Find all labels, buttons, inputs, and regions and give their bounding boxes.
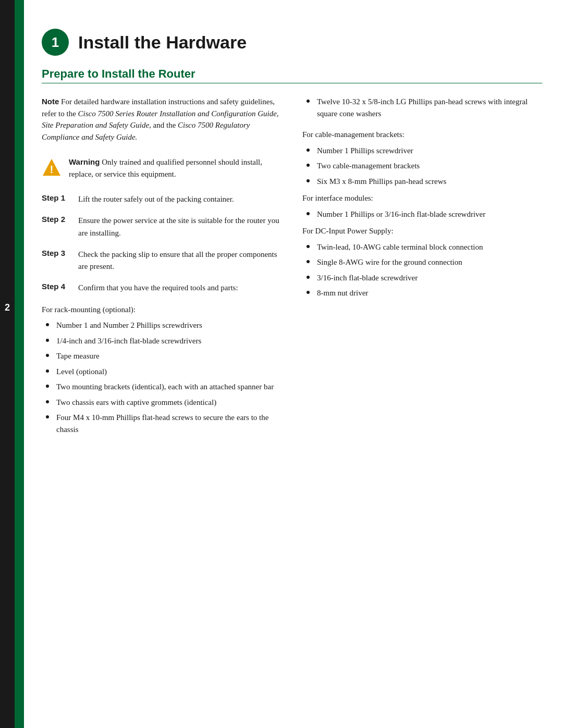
- step-4-content: Confirm that you have the required tools…: [78, 282, 238, 294]
- interface-modules-list: Number 1 Phillips or 3/16-inch flat-blad…: [302, 208, 542, 220]
- list-item: Two chassis ears with captive grommets (…: [42, 397, 282, 409]
- step-4-block: Step 4 Confirm that you have the require…: [42, 282, 282, 294]
- step-2-label: Step 2: [42, 215, 78, 224]
- list-item: Tape measure: [42, 350, 282, 362]
- chapter-heading: 1 Install the Hardware: [42, 29, 542, 56]
- svg-text:!: !: [50, 163, 54, 175]
- step-2-block: Step 2 Ensure the power service at the s…: [42, 215, 282, 239]
- bullet-dot: [307, 276, 310, 279]
- list-item-text: 3/16-inch flat-blade screwdriver: [317, 272, 418, 284]
- list-item: Six M3 x 8-mm Phillips pan-head screws: [302, 176, 542, 188]
- step-4-label: Step 4: [42, 282, 78, 291]
- list-item: 8-mm nut driver: [302, 287, 542, 299]
- warning-icon: !: [42, 157, 62, 177]
- list-item: Number 1 and Number 2 Phillips screwdriv…: [42, 319, 282, 331]
- two-column-layout: Note For detailed hardware installation …: [42, 96, 542, 440]
- list-item: Level (optional): [42, 366, 282, 378]
- right-column: Twelve 10-32 x 5/8-inch LG Phillips pan-…: [302, 96, 542, 440]
- warning-label: Warning: [69, 157, 100, 166]
- step-3-label: Step 3: [42, 249, 78, 257]
- left-column: Note For detailed hardware installation …: [42, 96, 282, 440]
- list-item: Two cable-management brackets: [302, 160, 542, 172]
- rack-mounting-list: Number 1 and Number 2 Phillips screwdriv…: [42, 319, 282, 435]
- step-3-block: Step 3 Check the packing slip to ensure …: [42, 249, 282, 273]
- main-content: 1 Install the Hardware Prepare to Instal…: [42, 0, 542, 440]
- cable-mgmt-heading: For cable-management brackets:: [302, 129, 542, 141]
- bullet-dot: [46, 415, 49, 418]
- list-item-text: Number 1 Phillips screwdriver: [317, 145, 413, 157]
- sidebar-bar: 2: [0, 0, 15, 728]
- list-item-text: Single 8-AWG wire for the ground connect…: [317, 256, 462, 268]
- list-item-text: Twin-lead, 10-AWG cable terminal block c…: [317, 241, 483, 253]
- bullet-dot: [46, 385, 49, 388]
- list-item-text: Number 1 Phillips or 3/16-inch flat-blad…: [317, 208, 485, 220]
- sidebar-page-number: 2: [5, 302, 10, 313]
- list-item: Number 1 Phillips or 3/16-inch flat-blad…: [302, 208, 542, 220]
- list-item-text: Two cable-management brackets: [317, 160, 420, 172]
- list-item-text: Number 1 and Number 2 Phillips screwdriv…: [56, 319, 202, 331]
- note-text-2: and the: [151, 121, 178, 129]
- step-2-content: Ensure the power service at the site is …: [78, 215, 282, 239]
- list-item: Twelve 10-32 x 5/8-inch LG Phillips pan-…: [302, 96, 542, 119]
- list-item-text: Two mounting brackets (identical), each …: [56, 381, 274, 393]
- list-item: 3/16-inch flat-blade screwdriver: [302, 272, 542, 284]
- note-text: Note For detailed hardware installation …: [42, 96, 282, 143]
- dc-power-heading: For DC-Input Power Supply:: [302, 225, 542, 237]
- chapter-title: Install the Hardware: [78, 32, 247, 53]
- list-item-text: Level (optional): [56, 366, 107, 378]
- bullet-dot: [307, 291, 310, 294]
- list-item: Number 1 Phillips screwdriver: [302, 145, 542, 157]
- interface-modules-heading: For interface modules:: [302, 192, 542, 204]
- chapter-number-circle: 1: [42, 29, 69, 56]
- list-item: Single 8-AWG wire for the ground connect…: [302, 256, 542, 268]
- bullet-dot: [307, 245, 310, 248]
- list-item-text: 1/4-inch and 3/16-inch flat-blade screwd…: [56, 335, 201, 347]
- list-item: Four M4 x 10-mm Phillips flat-head screw…: [42, 412, 282, 435]
- note-label: Note: [42, 97, 59, 106]
- step-1-content: Lift the router safely out of the packin…: [78, 193, 234, 205]
- list-item-text: Twelve 10-32 x 5/8-inch LG Phillips pan-…: [317, 96, 542, 119]
- bullet-dot: [307, 212, 310, 215]
- top-right-list: Twelve 10-32 x 5/8-inch LG Phillips pan-…: [302, 96, 542, 119]
- list-item: Twin-lead, 10-AWG cable terminal block c…: [302, 241, 542, 253]
- list-item-text: Tape measure: [56, 350, 100, 362]
- list-item-text: Four M4 x 10-mm Phillips flat-head screw…: [56, 412, 282, 435]
- dc-power-list: Twin-lead, 10-AWG cable terminal block c…: [302, 241, 542, 299]
- cable-mgmt-list: Number 1 Phillips screwdriver Two cable-…: [302, 145, 542, 188]
- warning-text: Warning Only trained and qualified perso…: [69, 156, 282, 180]
- bullet-dot: [46, 400, 49, 403]
- warning-block: ! Warning Only trained and qualified per…: [42, 154, 282, 182]
- list-item-text: Six M3 x 8-mm Phillips pan-head screws: [317, 176, 446, 188]
- section-heading: Prepare to Install the Router: [42, 67, 542, 83]
- note-block: Note For detailed hardware installation …: [42, 96, 282, 143]
- bullet-dot: [46, 339, 49, 342]
- step-3-content: Check the packing slip to ensure that al…: [78, 249, 282, 273]
- list-item: 1/4-inch and 3/16-inch flat-blade screwd…: [42, 335, 282, 347]
- step-1-label: Step 1: [42, 193, 78, 202]
- bullet-dot: [46, 354, 49, 357]
- bullet-dot: [46, 369, 49, 373]
- bullet-dot: [307, 260, 310, 263]
- bullet-dot: [307, 179, 310, 182]
- list-item-text: Two chassis ears with captive grommets (…: [56, 397, 216, 409]
- bullet-dot: [46, 323, 49, 326]
- green-accent-bar: [15, 0, 24, 728]
- bullet-dot: [307, 164, 310, 167]
- bullet-dot: [307, 149, 310, 152]
- list-item-text: 8-mm nut driver: [317, 287, 368, 299]
- step-1-block: Step 1 Lift the router safely out of the…: [42, 193, 282, 205]
- bullet-dot: [307, 100, 310, 103]
- rack-mounting-heading: For rack-mounting (optional):: [42, 304, 282, 316]
- list-item: Two mounting brackets (identical), each …: [42, 381, 282, 393]
